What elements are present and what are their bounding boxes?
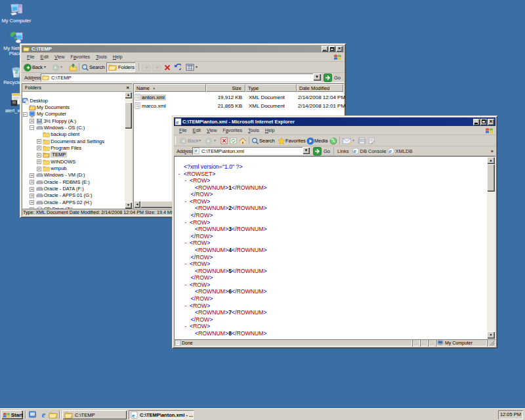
svg-text:e: e xyxy=(195,148,198,153)
svg-text:e: e xyxy=(388,148,392,154)
svg-text:e: e xyxy=(353,148,356,154)
svg-text:e: e xyxy=(132,412,135,418)
svg-text:2: 2 xyxy=(15,69,18,75)
svg-text:e: e xyxy=(176,119,179,125)
